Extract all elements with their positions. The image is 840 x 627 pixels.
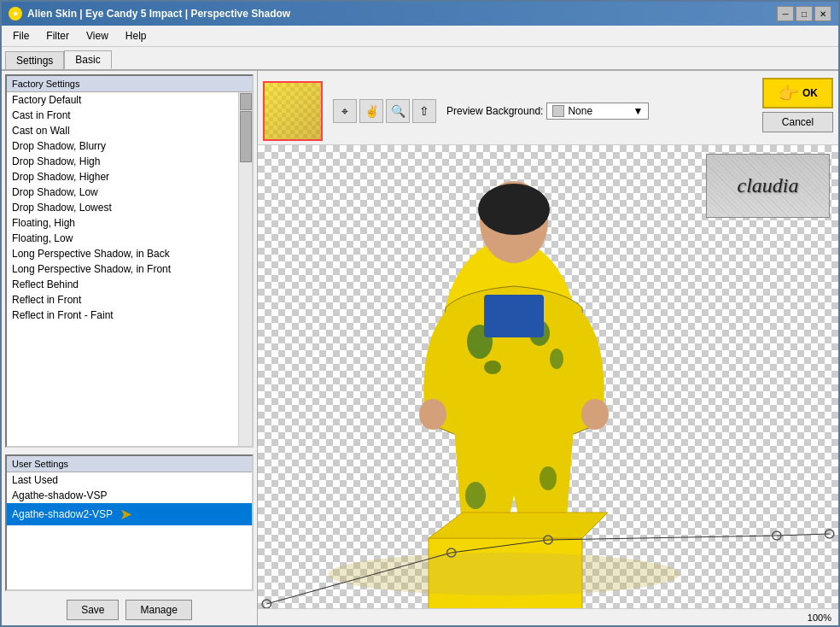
left-panel: Factory Settings Factory Default Cast in… — [2, 71, 258, 625]
preview-area: claudia — [258, 145, 838, 608]
list-item[interactable]: Drop Shadow, Lowest — [7, 200, 238, 215]
list-item[interactable]: Drop Shadow, Higher — [7, 169, 238, 185]
svg-point-8 — [540, 466, 557, 490]
tab-basic[interactable]: Basic — [64, 50, 111, 69]
cancel-button[interactable]: Cancel — [762, 112, 833, 132]
thumbnail-image — [265, 83, 321, 139]
selection-arrow-icon: ➤ — [120, 505, 132, 524]
main-window: ★ Alien Skin | Eye Candy 5 Impact | Pers… — [0, 0, 840, 627]
scrollbar-thumb[interactable] — [240, 111, 252, 162]
manage-button[interactable]: Manage — [125, 600, 191, 620]
user-settings-container: User Settings Last Used Agathe-shadow-VS… — [5, 454, 254, 591]
tool-zoom-in-btn[interactable]: 🔍 — [386, 99, 410, 123]
status-bar: 100% — [258, 608, 838, 625]
claudia-preview-image: claudia — [706, 154, 830, 218]
save-button[interactable]: Save — [67, 600, 119, 620]
list-item[interactable]: Floating, High — [7, 215, 238, 231]
menu-view[interactable]: View — [79, 27, 116, 44]
title-bar: ★ Alien Skin | Eye Candy 5 Impact | Pers… — [2, 2, 838, 26]
minimize-button[interactable]: ─ — [777, 6, 794, 21]
list-item[interactable]: Reflect in Front - Faint — [7, 308, 238, 323]
tab-settings[interactable]: Settings — [5, 51, 64, 69]
svg-point-14 — [419, 399, 446, 430]
factory-settings-header: Factory Settings — [7, 76, 252, 92]
menu-file[interactable]: File — [5, 27, 37, 44]
tool-pan-btn[interactable]: ✌ — [359, 99, 383, 123]
window-title: Alien Skin | Eye Candy 5 Impact | Perspe… — [27, 8, 290, 20]
svg-rect-13 — [484, 295, 544, 337]
zoom-level: 100% — [808, 612, 831, 623]
list-item[interactable]: Factory Default — [7, 92, 238, 108]
svg-point-25 — [825, 530, 834, 538]
svg-point-6 — [550, 349, 563, 369]
ok-hand-icon: 👉 — [778, 83, 799, 103]
list-item[interactable]: Long Perspective Shadow, in Back — [7, 246, 238, 261]
user-list-scroll-area: Last Used Agathe-shadow-VSP Agathe-shado… — [7, 472, 252, 589]
menu-help[interactable]: Help — [118, 27, 155, 44]
list-item[interactable]: Long Perspective Shadow, in Front — [7, 261, 238, 277]
window-controls: ─ □ ✕ — [777, 6, 831, 21]
list-item[interactable]: Drop Shadow, High — [7, 154, 238, 169]
close-button[interactable]: ✕ — [814, 6, 831, 21]
tabs-area: Settings Basic — [2, 47, 838, 71]
list-item-agathe-shadow[interactable]: Agathe-shadow-VSP — [7, 488, 252, 503]
svg-point-7 — [465, 482, 486, 509]
user-settings-list: Last Used Agathe-shadow-VSP Agathe-shado… — [7, 472, 252, 589]
maximize-button[interactable]: □ — [796, 6, 813, 21]
dropdown-arrow-icon: ▼ — [633, 105, 644, 117]
factory-settings-container: Factory Settings Factory Default Cast in… — [5, 74, 254, 448]
preview-thumbnail — [263, 81, 323, 141]
list-item[interactable]: Reflect in Front — [7, 292, 238, 308]
preview-bg-label: Preview Background: — [446, 105, 543, 117]
list-item[interactable]: Drop Shadow, Low — [7, 185, 238, 200]
preview-header: ⌖ ✌ 🔍 ⇧ Preview Background: None ▼ — [258, 71, 838, 145]
tool-buttons: ⌖ ✌ 🔍 ⇧ — [333, 99, 436, 123]
model-svg — [343, 171, 668, 608]
ok-cancel-buttons: 👉 OK Cancel — [762, 78, 833, 132]
list-item-last-used[interactable]: Last Used — [7, 472, 252, 488]
svg-point-21 — [262, 600, 271, 608]
factory-settings-list: Factory Default Cast in Front Cast on Wa… — [7, 92, 238, 446]
factory-list-scroll-area: Factory Default Cast in Front Cast on Wa… — [7, 92, 252, 446]
tool-select-btn[interactable]: ⇧ — [412, 99, 436, 123]
svg-line-20 — [777, 534, 830, 536]
ok-button[interactable]: 👉 OK — [762, 78, 833, 108]
model-figure — [343, 171, 668, 608]
factory-list-scrollbar[interactable] — [238, 92, 252, 446]
right-panel: ⌖ ✌ 🔍 ⇧ Preview Background: None ▼ — [258, 71, 838, 625]
bottom-buttons: Save Manage — [2, 595, 257, 625]
main-content: Factory Settings Factory Default Cast in… — [2, 71, 838, 625]
preview-bg-select[interactable]: None ▼ — [546, 103, 649, 120]
list-item[interactable]: Cast in Front — [7, 108, 238, 123]
svg-point-2 — [478, 184, 550, 235]
menu-filter[interactable]: Filter — [38, 27, 77, 44]
preview-toolbar: ⌖ ✌ 🔍 ⇧ Preview Background: None ▼ — [263, 81, 649, 141]
claudia-inner: claudia — [706, 154, 830, 218]
list-item[interactable]: Reflect Behind — [7, 277, 238, 292]
app-icon: ★ — [9, 7, 22, 21]
title-bar-left: ★ Alien Skin | Eye Candy 5 Impact | Pers… — [9, 7, 290, 21]
list-item[interactable]: Floating, Low — [7, 231, 238, 246]
tool-zoom-btn[interactable]: ⌖ — [333, 99, 357, 123]
svg-point-5 — [484, 360, 501, 374]
svg-point-24 — [773, 531, 781, 540]
list-item-agathe-shadow2[interactable]: Agathe-shadow2-VSP ➤ — [7, 503, 252, 525]
user-settings-header: User Settings — [7, 456, 252, 472]
list-item[interactable]: Cast on Wall — [7, 123, 238, 138]
menu-bar: File Filter View Help — [2, 26, 838, 47]
preview-bg-swatch — [552, 105, 564, 117]
list-item[interactable]: Drop Shadow, Blurry — [7, 138, 238, 154]
svg-point-15 — [581, 399, 609, 430]
